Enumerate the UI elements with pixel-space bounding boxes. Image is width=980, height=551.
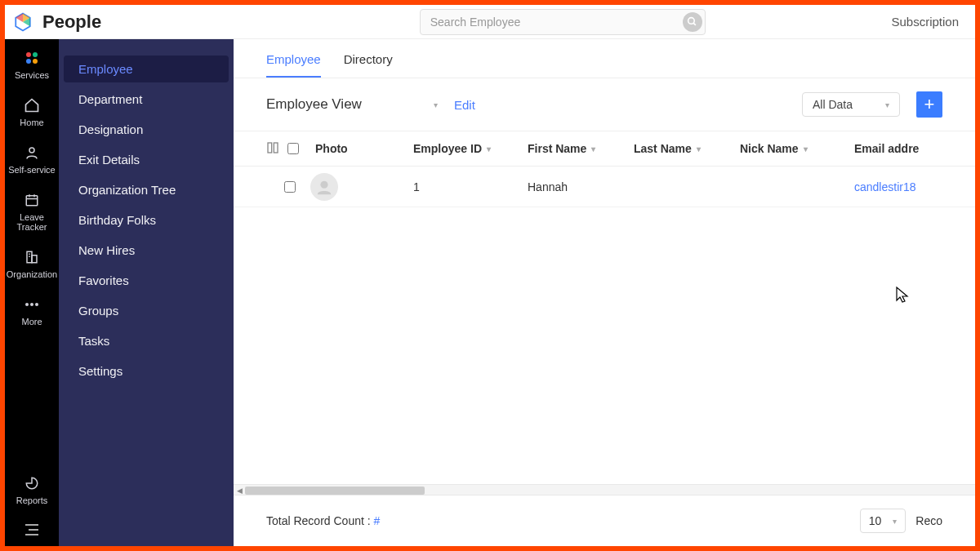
svg-point-2 bbox=[29, 148, 34, 153]
sidebar-item-favorites[interactable]: Favorites bbox=[64, 267, 229, 294]
rail-label: Organization bbox=[7, 269, 57, 279]
rail-item-organization[interactable]: Organization bbox=[5, 248, 59, 279]
search-button[interactable] bbox=[683, 12, 702, 32]
rail-item-reports[interactable]: Reports bbox=[5, 474, 59, 505]
scroll-left-icon[interactable]: ◀ bbox=[234, 485, 245, 496]
tab-label: Directory bbox=[344, 52, 393, 66]
building-icon bbox=[24, 248, 39, 266]
horizontal-scrollbar[interactable]: ◀ bbox=[234, 484, 975, 495]
sort-icon: ▾ bbox=[591, 144, 595, 153]
table-header: Photo Employee ID▾ First Name▾ Last Name… bbox=[234, 131, 975, 167]
scrollbar-thumb[interactable] bbox=[245, 487, 425, 495]
chevron-down-icon: ▾ bbox=[434, 100, 438, 109]
tab-directory[interactable]: Directory bbox=[344, 52, 393, 78]
sidebar-item-exit[interactable]: Exit Details bbox=[64, 146, 229, 173]
rail-item-home[interactable]: Home bbox=[5, 96, 59, 127]
sidebar-item-label: Department bbox=[78, 92, 142, 106]
avatar-placeholder bbox=[310, 173, 338, 201]
column-header-nick-name[interactable]: Nick Name▾ bbox=[740, 142, 854, 155]
sidebar-item-label: New Hires bbox=[78, 243, 135, 257]
svg-point-13 bbox=[35, 303, 38, 306]
sidebar-item-newhires[interactable]: New Hires bbox=[64, 237, 229, 264]
cell-employee-id: 1 bbox=[413, 180, 528, 193]
select-all-checkbox[interactable] bbox=[287, 143, 299, 154]
sidebar-item-department[interactable]: Department bbox=[64, 86, 229, 113]
sidebar-item-label: Organization Tree bbox=[78, 183, 176, 197]
content-area: Employee Directory Employee View ▾ Edit … bbox=[234, 39, 975, 546]
sidebar-item-birthday[interactable]: Birthday Folks bbox=[64, 207, 229, 233]
rail-label: Self-service bbox=[8, 165, 55, 175]
table-row[interactable]: 1 Hannah candlestir18 bbox=[234, 167, 975, 207]
svg-rect-18 bbox=[274, 143, 278, 153]
column-header-photo[interactable]: Photo bbox=[307, 142, 413, 155]
view-selector[interactable]: Employee View ▾ bbox=[266, 96, 438, 113]
chevron-down-icon: ▾ bbox=[893, 517, 897, 526]
column-header-first-name[interactable]: First Name▾ bbox=[528, 142, 634, 155]
rail-item-more[interactable]: More bbox=[5, 295, 59, 327]
svg-line-1 bbox=[693, 23, 696, 25]
svg-point-12 bbox=[30, 303, 33, 306]
rail-label: Leave Tracker bbox=[5, 212, 59, 232]
sidebar-item-label: Designation bbox=[78, 122, 143, 136]
svg-rect-17 bbox=[268, 143, 272, 153]
sidebar-item-label: Settings bbox=[78, 364, 122, 378]
services-icon bbox=[24, 49, 39, 67]
filter-label: All Data bbox=[813, 98, 853, 111]
app-title: People bbox=[42, 11, 101, 33]
rail-label: More bbox=[21, 317, 42, 327]
sidebar-item-groups[interactable]: Groups bbox=[64, 297, 229, 324]
top-bar: People Subscription bbox=[5, 5, 975, 39]
cell-email[interactable]: candlestir18 bbox=[854, 180, 969, 193]
sidebar-item-designation[interactable]: Designation bbox=[64, 116, 229, 143]
tab-employee[interactable]: Employee bbox=[266, 52, 321, 78]
sidebar: Employee Department Designation Exit Det… bbox=[59, 39, 234, 546]
column-header-email[interactable]: Email addre bbox=[854, 142, 969, 155]
more-icon bbox=[24, 295, 39, 313]
tabs: Employee Directory bbox=[234, 39, 975, 78]
collapse-rail-button[interactable] bbox=[5, 523, 59, 536]
search-input[interactable] bbox=[420, 9, 706, 35]
svg-rect-8 bbox=[32, 256, 37, 263]
sidebar-item-label: Tasks bbox=[78, 334, 109, 348]
add-button[interactable]: + bbox=[916, 91, 942, 118]
page-size-select[interactable]: 10 ▾ bbox=[860, 509, 906, 533]
sidebar-item-tasks[interactable]: Tasks bbox=[64, 327, 229, 354]
rail-item-services[interactable]: Services bbox=[5, 49, 59, 80]
column-header-employee-id[interactable]: Employee ID▾ bbox=[413, 142, 528, 155]
page-size-value: 10 bbox=[869, 514, 882, 527]
sidebar-item-orgtree[interactable]: Organization Tree bbox=[64, 176, 229, 203]
data-filter-select[interactable]: All Data ▾ bbox=[802, 92, 900, 117]
column-header-last-name[interactable]: Last Name▾ bbox=[634, 142, 740, 155]
rail-item-selfservice[interactable]: Self-service bbox=[5, 144, 59, 175]
sort-icon: ▾ bbox=[804, 144, 808, 153]
tab-label: Employee bbox=[266, 52, 321, 66]
sort-icon: ▾ bbox=[487, 144, 491, 153]
table: Photo Employee ID▾ First Name▾ Last Name… bbox=[234, 131, 975, 484]
row-checkbox[interactable] bbox=[284, 181, 296, 193]
svg-point-11 bbox=[25, 303, 29, 306]
record-count-label: Total Record Count : bbox=[266, 514, 371, 527]
icon-rail: Services Home Self-service Leave Tracker… bbox=[5, 39, 59, 546]
person-icon bbox=[24, 144, 39, 162]
sort-icon: ▾ bbox=[697, 144, 701, 153]
app-logo-icon bbox=[11, 11, 34, 33]
rail-label: Home bbox=[20, 118, 43, 127]
record-count-value[interactable]: # bbox=[374, 514, 381, 527]
sidebar-item-label: Favorites bbox=[78, 273, 129, 287]
sidebar-item-employee[interactable]: Employee bbox=[64, 56, 229, 82]
column-settings-icon[interactable] bbox=[266, 141, 279, 157]
subscription-link[interactable]: Subscription bbox=[891, 15, 975, 29]
records-label: Reco bbox=[915, 514, 942, 527]
sidebar-item-label: Exit Details bbox=[78, 153, 140, 167]
rail-item-leave[interactable]: Leave Tracker bbox=[5, 191, 59, 232]
edit-link[interactable]: Edit bbox=[454, 98, 475, 112]
sidebar-item-settings[interactable]: Settings bbox=[64, 358, 229, 384]
footer: Total Record Count : # 10 ▾ Reco bbox=[234, 495, 975, 546]
svg-point-19 bbox=[320, 180, 327, 188]
rail-label: Services bbox=[15, 70, 49, 80]
sidebar-item-label: Birthday Folks bbox=[78, 213, 156, 227]
sidebar-item-label: Employee bbox=[78, 62, 133, 76]
chevron-down-icon: ▾ bbox=[885, 100, 889, 109]
calendar-icon bbox=[24, 191, 39, 209]
svg-rect-3 bbox=[26, 196, 38, 206]
